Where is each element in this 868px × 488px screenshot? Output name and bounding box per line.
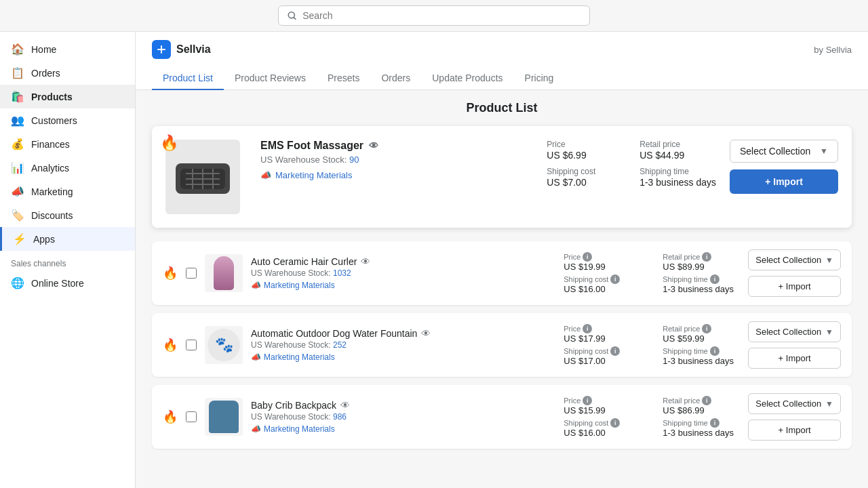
retail-price-label: Retail price — [639, 140, 716, 149]
finances-icon: 💰 — [11, 138, 24, 150]
tab-update-products[interactable]: Update Products — [421, 67, 513, 90]
sidebar-item-online-store[interactable]: 🌐 Online Store — [0, 271, 135, 295]
featured-stock-number: 90 — [349, 155, 359, 165]
product-checkbox-3[interactable] — [186, 411, 197, 422]
import-button-1[interactable]: + Import — [748, 276, 841, 297]
sidebar-item-products[interactable]: 🛍️ Products — [0, 85, 135, 108]
marketing-link-3[interactable]: 📣 Marketing Materials — [251, 424, 555, 434]
featured-product-card: 🔥 — [152, 126, 852, 228]
shipping-time-value: 1-3 business days — [639, 177, 716, 188]
main-layout: 🏠 Home 📋 Orders 🛍️ Products 👥 Customers … — [0, 32, 868, 488]
shipping-cost-2: US $17.00 — [564, 356, 641, 366]
product-name-1: Auto Ceramic Hair Curler — [251, 256, 357, 267]
product-image-2: 🐾 — [205, 326, 243, 364]
featured-product-info: EMS Foot Massager 👁 US Warehouse Stock: … — [260, 140, 533, 180]
featured-product-stock: US Warehouse Stock: 90 — [260, 155, 533, 165]
marketing-link-1[interactable]: 📣 Marketing Materials — [251, 281, 555, 290]
home-icon: 🏠 — [11, 43, 24, 56]
chevron-icon-2: ▼ — [825, 327, 833, 337]
sidebar-label-marketing: Marketing — [31, 186, 73, 197]
select-collection-button-3[interactable]: Select Collection ▼ — [748, 393, 841, 414]
megaphone-icon-3: 📣 — [251, 424, 261, 434]
price-3: US $15.99 — [564, 405, 641, 415]
featured-import-button[interactable]: + Import — [730, 169, 838, 194]
product-info-1: Auto Ceramic Hair Curler 👁 US Warehouse … — [251, 256, 555, 290]
products-icon: 🛍️ — [11, 90, 24, 103]
import-button-2[interactable]: + Import — [748, 348, 841, 369]
customers-icon: 👥 — [11, 114, 24, 127]
tab-presets[interactable]: Presets — [317, 67, 370, 90]
eye-icon-3: 👁 — [340, 400, 350, 411]
app-logo-icon — [152, 40, 171, 59]
sidebar-label-customers: Customers — [31, 115, 77, 126]
featured-product-name: EMS Foot Massager 👁 — [260, 140, 533, 152]
sidebar: 🏠 Home 📋 Orders 🛍️ Products 👥 Customers … — [0, 32, 136, 488]
product-info-2: Automatic Outdoor Dog Water Fountain 👁 U… — [251, 328, 555, 362]
sidebar-item-home[interactable]: 🏠 Home — [0, 37, 135, 61]
price-group-price: Price US $6.99 — [547, 140, 623, 161]
stock-number-1: 1032 — [333, 268, 351, 278]
sidebar-item-apps[interactable]: ⚡ Apps — [0, 227, 135, 251]
apps-icon: ⚡ — [13, 232, 26, 245]
sidebar-item-finances[interactable]: 💰 Finances — [0, 132, 135, 156]
fire-badge-row3: 🔥 — [163, 409, 178, 424]
sidebar-label-online-store: Online Store — [31, 278, 84, 289]
info-icon-sc2: i — [610, 346, 620, 356]
featured-select-collection-button[interactable]: Select Collection ▼ — [730, 140, 838, 163]
analytics-icon: 📊 — [11, 161, 24, 174]
sidebar-item-orders[interactable]: 📋 Orders — [0, 61, 135, 85]
eye-icon: 👁 — [369, 140, 378, 151]
retail-price-2: US $59.99 — [663, 333, 740, 344]
retail-price-value: US $44.99 — [639, 150, 684, 161]
import-button-3[interactable]: + Import — [748, 420, 841, 441]
sidebar-label-discounts: Discounts — [31, 210, 73, 221]
eye-icon-1: 👁 — [361, 256, 370, 267]
online-store-icon: 🌐 — [11, 277, 24, 289]
tab-product-list[interactable]: Product List — [152, 67, 224, 90]
tab-pricing[interactable]: Pricing — [514, 67, 565, 90]
megaphone-icon-2: 📣 — [251, 352, 261, 362]
sidebar-item-analytics[interactable]: 📊 Analytics — [0, 156, 135, 180]
marketing-icon: 📣 — [11, 185, 24, 198]
price-group-retail: Retail price US $44.99 — [639, 140, 716, 161]
sales-channels-label: Sales channels — [0, 251, 135, 271]
product-checkbox-1[interactable] — [186, 268, 197, 279]
product-actions-1: Select Collection ▼ + Import — [748, 249, 841, 297]
fire-badge-row2: 🔥 — [163, 338, 178, 352]
sidebar-item-marketing[interactable]: 📣 Marketing — [0, 180, 135, 203]
shipping-time-1: 1-3 business days — [663, 284, 740, 294]
info-icon: i — [583, 396, 592, 405]
price-2: US $17.99 — [564, 333, 641, 344]
search-box[interactable] — [278, 5, 590, 26]
select-collection-button-1[interactable]: Select Collection ▼ — [748, 249, 841, 270]
info-icon: i — [583, 252, 592, 262]
info-icon-sc: i — [610, 274, 620, 284]
tab-orders[interactable]: Orders — [370, 67, 421, 90]
price-group-shipping-time: Shipping time 1-3 business days — [639, 167, 716, 188]
megaphone-icon: 📣 — [260, 170, 271, 180]
marketing-link-2[interactable]: 📣 Marketing Materials — [251, 352, 555, 362]
retail-price-3: US $86.99 — [663, 405, 740, 415]
sidebar-item-customers[interactable]: 👥 Customers — [0, 108, 135, 132]
featured-marketing-link[interactable]: 📣 Marketing Materials — [260, 170, 533, 180]
info-icon-sc3: i — [610, 418, 620, 428]
sidebar-label-analytics: Analytics — [31, 163, 69, 174]
search-input[interactable] — [302, 10, 581, 21]
table-row: 🔥 Baby Crib Backpack 👁 US Warehouse Stoc… — [152, 385, 852, 449]
app-header: Sellvia by Sellvia Product List Product … — [136, 32, 868, 90]
product-image-1 — [205, 254, 243, 292]
stock-number-3: 986 — [333, 412, 347, 422]
select-collection-button-2[interactable]: Select Collection ▼ — [748, 321, 841, 342]
app-title-row: Sellvia by Sellvia — [152, 40, 852, 59]
product-image-3 — [205, 398, 243, 436]
stock-number-2: 252 — [333, 340, 347, 350]
product-info-3: Baby Crib Backpack 👁 US Warehouse Stock:… — [251, 400, 555, 434]
tab-product-reviews[interactable]: Product Reviews — [224, 67, 317, 90]
price-value: US $6.99 — [547, 150, 586, 161]
chevron-icon-1: ▼ — [825, 256, 833, 265]
fire-badge: 🔥 — [160, 134, 178, 152]
product-pricing-1: Price i US $19.99 Retail price i US $89.… — [564, 252, 740, 294]
sidebar-item-discounts[interactable]: 🏷️ Discounts — [0, 203, 135, 227]
app-by-label: by Sellvia — [814, 45, 852, 55]
product-checkbox-2[interactable] — [186, 340, 197, 350]
